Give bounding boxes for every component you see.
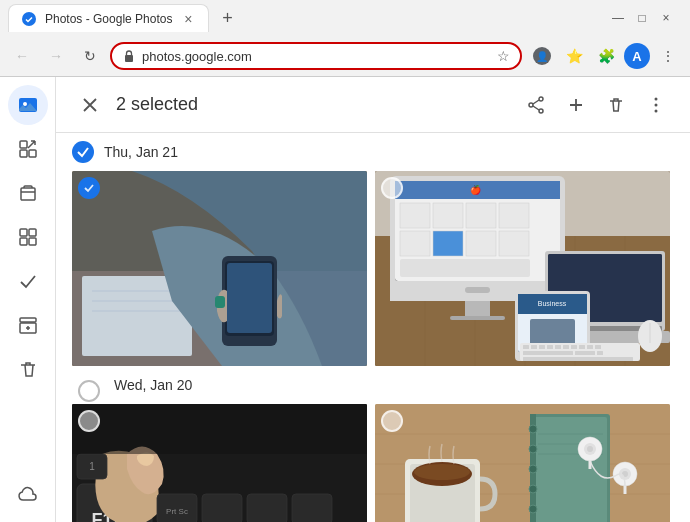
svg-rect-11 (29, 229, 36, 236)
active-tab[interactable]: Photos - Google Photos × (8, 4, 209, 32)
svg-point-120 (529, 485, 537, 493)
account-icon[interactable]: 👤 (528, 42, 556, 70)
maximize-button[interactable]: □ (634, 10, 650, 26)
photo-p2[interactable]: 🍎 (375, 171, 670, 366)
app-toolbar: 2 selected (56, 77, 690, 133)
svg-text:1: 1 (89, 461, 95, 472)
address-bar-row: ← → ↻ photos.google.com ☆ 👤 ⭐ 🧩 A ⋮ (0, 36, 690, 76)
photo-p3[interactable]: F12 Prt Sc (72, 404, 367, 522)
sidebar-item-archive[interactable] (8, 305, 48, 345)
svg-point-0 (22, 12, 36, 26)
delete-button[interactable] (598, 87, 634, 123)
svg-point-117 (529, 425, 537, 433)
svg-rect-12 (20, 238, 27, 245)
forward-button[interactable]: → (42, 42, 70, 70)
svg-rect-96 (247, 494, 287, 522)
deselect-button[interactable] (72, 87, 108, 123)
svg-rect-97 (292, 494, 332, 522)
svg-rect-10 (20, 229, 27, 236)
svg-point-121 (529, 505, 537, 513)
svg-rect-105 (72, 404, 367, 454)
svg-rect-86 (523, 357, 633, 361)
tab-title: Photos - Google Photos (45, 12, 172, 26)
svg-point-29 (219, 278, 255, 314)
svg-rect-80 (579, 345, 585, 349)
photo-p3-check[interactable] (78, 410, 100, 432)
svg-rect-24 (82, 276, 192, 356)
svg-rect-54 (499, 231, 529, 256)
svg-rect-8 (29, 150, 36, 157)
svg-rect-31 (222, 256, 277, 346)
svg-text:🍎: 🍎 (470, 184, 482, 196)
photo-p1[interactable] (72, 171, 367, 366)
svg-rect-23 (72, 271, 367, 366)
svg-rect-13 (29, 238, 36, 245)
date-select-wed[interactable] (78, 380, 100, 402)
tab-close-btn[interactable]: × (180, 11, 196, 27)
svg-rect-60 (450, 316, 505, 320)
sidebar-item-cloud[interactable] (8, 475, 48, 515)
svg-rect-84 (575, 351, 595, 355)
photo-p4-image (375, 404, 670, 522)
svg-rect-14 (20, 318, 36, 322)
svg-rect-95 (202, 494, 242, 522)
browser-chrome: Photos - Google Photos × + — □ × ← → ↻ p… (0, 0, 690, 77)
svg-point-19 (655, 97, 658, 100)
svg-point-17 (539, 109, 543, 113)
svg-rect-75 (539, 345, 545, 349)
address-bar[interactable]: photos.google.com ☆ (110, 42, 522, 70)
add-to-album-button[interactable] (558, 87, 594, 123)
photo-p4[interactable] (375, 404, 670, 522)
sidebar-item-trash[interactable] (8, 349, 48, 389)
minimize-button[interactable]: — (610, 10, 626, 26)
svg-point-129 (587, 446, 593, 452)
selected-count-label: 2 selected (116, 94, 518, 115)
back-button[interactable]: ← (8, 42, 36, 70)
date-section-wed: Wed, Jan 20 F12 (72, 374, 674, 522)
sidebar-item-albums[interactable] (8, 173, 48, 213)
photo-p2-image: 🍎 (375, 171, 670, 366)
svg-rect-76 (547, 345, 553, 349)
svg-point-5 (23, 102, 27, 106)
photo-p3-image: F12 Prt Sc (72, 404, 367, 522)
sidebar-item-utilities[interactable] (8, 217, 48, 257)
date-header-wed: Wed, Jan 20 (72, 374, 674, 396)
svg-rect-112 (533, 417, 607, 522)
svg-point-28 (215, 279, 259, 323)
svg-rect-1 (125, 55, 133, 62)
star-icon[interactable]: ⭐ (560, 42, 588, 70)
browser-menu-icon[interactable]: ⋮ (654, 42, 682, 70)
address-icons: ☆ (497, 48, 510, 64)
tab-bar: Photos - Google Photos × + — □ × (0, 0, 690, 36)
svg-rect-51 (400, 231, 430, 256)
extension-icon[interactable]: 🧩 (592, 42, 620, 70)
window-controls: — □ × (610, 10, 682, 26)
svg-text:👤: 👤 (536, 50, 549, 63)
svg-point-20 (655, 103, 658, 106)
svg-rect-58 (465, 287, 490, 293)
new-tab-button[interactable]: + (213, 4, 241, 32)
address-text: photos.google.com (142, 49, 491, 64)
photo-p1-check[interactable] (78, 177, 100, 199)
photo-p4-check[interactable] (381, 410, 403, 432)
svg-rect-52 (433, 231, 463, 256)
close-window-button[interactable]: × (658, 10, 674, 26)
photos-row-1: 🍎 (72, 171, 674, 366)
photos-area[interactable]: Thu, Jan 21 (56, 133, 690, 522)
date-label-thu: Thu, Jan 21 (104, 144, 178, 160)
lock-icon (122, 49, 136, 63)
bookmark-icon[interactable]: ☆ (497, 48, 510, 64)
photo-p2-check[interactable] (381, 177, 403, 199)
date-select-thu[interactable] (72, 141, 94, 163)
profile-avatar[interactable]: A (624, 43, 650, 69)
svg-rect-9 (21, 188, 35, 200)
svg-text:Prt Sc: Prt Sc (166, 507, 188, 516)
sidebar-item-sharing[interactable] (8, 129, 48, 169)
svg-rect-83 (523, 351, 573, 355)
share-button[interactable] (518, 87, 554, 123)
reload-button[interactable]: ↻ (76, 42, 104, 70)
svg-point-118 (529, 445, 537, 453)
sidebar-item-favorites[interactable] (8, 261, 48, 301)
more-options-button[interactable] (638, 87, 674, 123)
sidebar-item-photos[interactable] (8, 85, 48, 125)
